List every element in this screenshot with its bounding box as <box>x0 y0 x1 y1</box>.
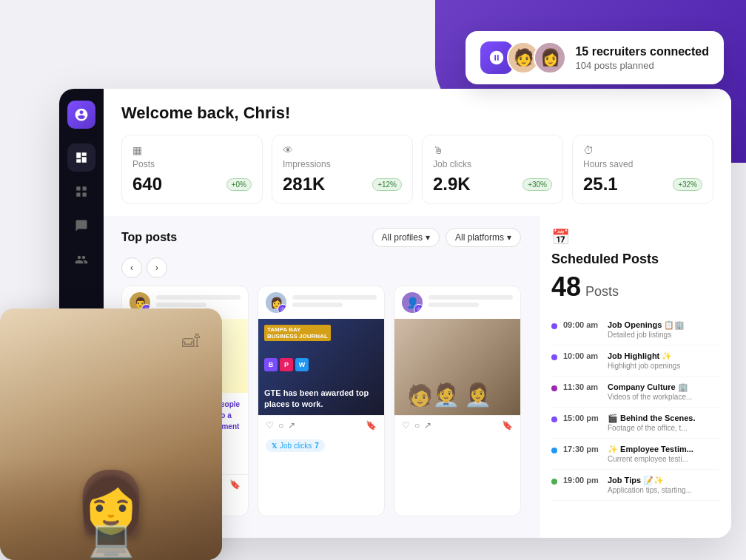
impressions-badge: +12% <box>372 178 402 191</box>
platform-badge-2: ◎ <box>278 304 286 313</box>
impressions-icon: 👁 <box>283 144 402 156</box>
post-avatar-3: 👤 ◎ <box>402 292 423 313</box>
twitter-icon: 𝕏 <box>272 442 277 450</box>
schedule-time-4: 17:30 pm <box>563 445 602 453</box>
stat-card-hours: ⏱ Hours saved 25.1 +32% <box>572 135 713 204</box>
name-line-3 <box>292 295 377 300</box>
schedule-name-4: ✨ Employee Testim... <box>608 445 719 454</box>
schedule-name-5: Job Tips 📝✨ <box>608 476 719 485</box>
jobclicks-icon: 🖱 <box>433 144 552 156</box>
schedule-desc-0: Detailed job listings <box>608 331 719 339</box>
jobclicks-badge: +30% <box>522 178 552 191</box>
scheduled-count-num: 48 <box>551 271 581 303</box>
schedule-name-2: Company Culture 🏢 <box>608 382 719 392</box>
post-name-lines-2 <box>292 295 377 310</box>
sidebar-logo <box>67 101 95 129</box>
posts-value: 640 <box>132 174 162 195</box>
schedule-desc-1: Highlight job openings <box>608 362 719 370</box>
schedule-info-1: Job Highlight ✨ Highlight job openings <box>608 351 719 370</box>
platform-badge-3: ◎ <box>414 304 423 313</box>
stat-card-posts: ▦ Posts 640 +0% <box>121 135 263 204</box>
name-line-2 <box>156 303 206 307</box>
schedule-info-4: ✨ Employee Testim... Current employee te… <box>608 445 719 463</box>
photo-placeholder: 👩 💻 🛋 <box>0 308 222 560</box>
scheduled-title: Scheduled Posts <box>551 252 719 267</box>
schedule-list: 09:00 am Job Openings 📋🏢 Detailed job li… <box>551 314 719 501</box>
share-icon-3[interactable]: ↗ <box>424 420 431 431</box>
name-line-4 <box>292 303 343 307</box>
stat-card-jobclicks: 🖱 Job clicks 2.9K +30% <box>422 135 563 204</box>
schedule-item-4: 17:30 pm ✨ Employee Testim... Current em… <box>551 439 719 470</box>
schedule-dot-3 <box>551 416 557 422</box>
schedule-name-0: Job Openings 📋🏢 <box>608 320 719 330</box>
prev-arrow[interactable]: ‹ <box>121 257 142 278</box>
avatar-2: 👩 <box>534 41 566 74</box>
comment-icon-2[interactable]: ○ <box>278 420 283 431</box>
schedule-name-1: Job Highlight ✨ <box>608 351 719 361</box>
post-stats-2: 𝕏 Job clicks 7 <box>258 435 384 456</box>
filter-profiles[interactable]: All profiles ▾ <box>372 228 440 247</box>
bookmark-icon-2[interactable]: 🔖 <box>366 420 377 431</box>
notification-title: 15 recruiters connected <box>575 45 709 58</box>
post-card-2: 👩 ◎ TAMPA BAYBUSINESS JOURNA <box>258 286 385 516</box>
stat-card-impressions: 👁 Impressions 281K +12% <box>272 135 413 204</box>
heart-icon-2[interactable]: ♡ <box>266 420 274 431</box>
schedule-dot-5 <box>551 479 557 485</box>
schedule-item-5: 19:00 pm Job Tips 📝✨ Application tips, s… <box>551 470 719 501</box>
bookmark-icon[interactable]: 🔖 <box>229 479 241 490</box>
twitter-stat-2: 𝕏 Job clicks 7 <box>266 439 325 452</box>
calendar-icon: 📅 <box>551 228 719 246</box>
notification-card: 🧑 👩 15 recruiters connected 104 posts pl… <box>466 31 724 84</box>
post-action-icons-3: ♡ ○ ↗ <box>402 420 431 431</box>
bookmark-icon-3[interactable]: 🔖 <box>502 420 513 431</box>
schedule-time-1: 10:00 am <box>563 351 602 360</box>
hours-icon: ⏱ <box>583 144 702 156</box>
stats-row: ▦ Posts 640 +0% 👁 Impressions 281K +12% … <box>104 135 731 216</box>
sidebar-item-team[interactable] <box>67 246 95 274</box>
schedule-time-5: 19:00 pm <box>563 476 602 485</box>
next-arrow[interactable]: › <box>147 257 167 278</box>
hours-value: 25.1 <box>583 174 618 195</box>
photo-overlay: 👩 💻 🛋 <box>0 308 222 560</box>
name-line-1 <box>156 295 241 300</box>
scheduled-panel: 📅 Scheduled Posts 48 Posts 09:00 am Job … <box>539 216 731 538</box>
top-posts-title: Top posts <box>121 231 177 244</box>
scheduled-count-label: Posts <box>585 284 619 300</box>
post-avatar-2: 👩 ◎ <box>266 292 286 313</box>
jobclicks-value-row: 2.9K +30% <box>433 174 552 195</box>
nav-arrows: ‹ › <box>121 257 521 278</box>
share-icon-2[interactable]: ↗ <box>288 420 295 431</box>
post-name-lines-1 <box>156 295 241 310</box>
impressions-value: 281K <box>283 174 325 195</box>
jobclicks-value: 2.9K <box>433 174 471 195</box>
filter-group: All profiles ▾ All platforms ▾ <box>372 228 521 247</box>
content-header: Welcome back, Chris! <box>104 89 731 135</box>
schedule-item-1: 10:00 am Job Highlight ✨ Highlight job o… <box>551 345 719 377</box>
notification-text: 15 recruiters connected 104 posts planne… <box>575 45 709 71</box>
posts-icon: ▦ <box>132 144 252 156</box>
schedule-item-3: 15:00 pm 🎬 Behind the Scenes. Footage of… <box>551 408 719 439</box>
heart-icon-3[interactable]: ♡ <box>402 420 410 431</box>
filter-platforms[interactable]: All platforms ▾ <box>446 228 521 247</box>
post-actions-2: ♡ ○ ↗ 🔖 <box>258 415 384 435</box>
schedule-time-3: 15:00 pm <box>563 414 602 422</box>
post-image-2: TAMPA BAYBUSINESS JOURNAL B P W GTE has … <box>258 319 384 415</box>
post-action-icons-2: ♡ ○ ↗ <box>266 420 295 431</box>
hours-badge: +32% <box>673 178 702 191</box>
name-line-6 <box>429 303 479 307</box>
sidebar-item-messages[interactable] <box>67 212 95 240</box>
post-card-3-header: 👤 ◎ <box>394 286 520 319</box>
welcome-title: Welcome back, Chris! <box>121 104 713 123</box>
chevron-down-icon: ▾ <box>426 232 430 243</box>
post-actions-3: ♡ ○ ↗ 🔖 <box>394 415 520 435</box>
sidebar-item-grid[interactable] <box>67 178 95 206</box>
schedule-info-2: Company Culture 🏢 Videos of the workplac… <box>608 382 719 401</box>
post-name-lines-3 <box>429 295 513 310</box>
comment-icon-3[interactable]: ○ <box>414 420 420 431</box>
impressions-value-row: 281K +12% <box>283 174 402 195</box>
notification-subtitle: 104 posts planned <box>575 60 709 71</box>
sidebar-item-dashboard[interactable] <box>67 144 95 172</box>
schedule-desc-2: Videos of the workplace... <box>608 393 719 401</box>
schedule-info-5: Job Tips 📝✨ Application tips, starting..… <box>608 476 719 494</box>
schedule-item-2: 11:30 am Company Culture 🏢 Videos of the… <box>551 377 719 408</box>
